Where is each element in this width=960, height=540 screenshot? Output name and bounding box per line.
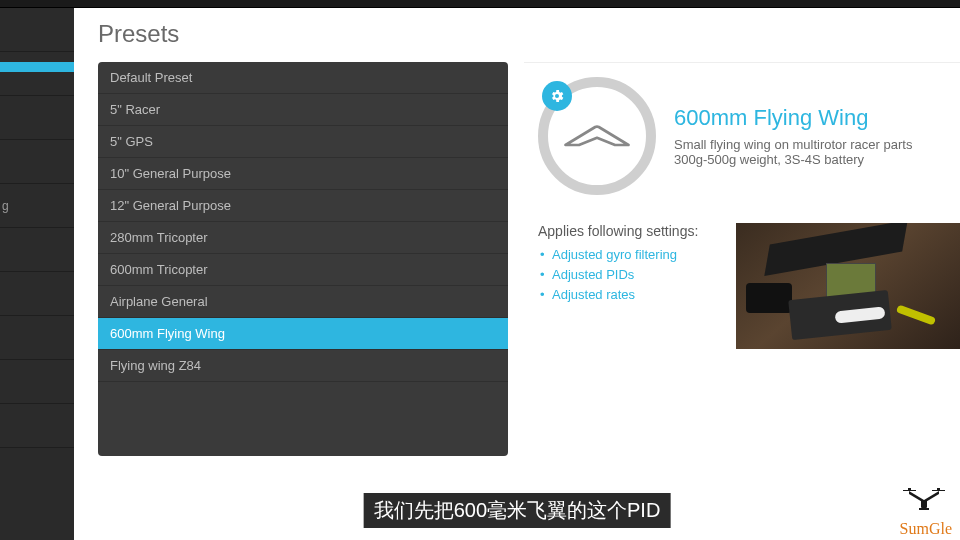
sidebar-item[interactable] [0, 360, 74, 404]
sidebar-item[interactable] [0, 52, 74, 96]
preset-detail: 600mm Flying Wing Small flying wing on m… [524, 62, 960, 456]
page-title: Presets [98, 20, 960, 48]
sidebar-item-label: g [2, 199, 9, 213]
sidebar-item[interactable] [0, 96, 74, 140]
preset-item-600mm-flying-wing[interactable]: 600mm Flying Wing [98, 318, 508, 350]
video-subtitle: 我们先把600毫米飞翼的这个PID [364, 493, 671, 528]
preset-item-280mm-tricopter[interactable]: 280mm Tricopter [98, 222, 508, 254]
sidebar-item[interactable] [0, 228, 74, 272]
settings-heading: Applies following settings: [538, 223, 722, 239]
settings-left: Applies following settings: Adjusted gyr… [538, 223, 722, 349]
settings-item: Adjusted rates [538, 285, 722, 305]
watermark-text: SumGle [900, 520, 952, 538]
sidebar-item[interactable] [0, 140, 74, 184]
preset-item-10in-general[interactable]: 10" General Purpose [98, 158, 508, 190]
svg-rect-4 [921, 500, 927, 508]
preset-item-5in-racer[interactable]: 5" Racer [98, 94, 508, 126]
preset-item-600mm-tricopter[interactable]: 600mm Tricopter [98, 254, 508, 286]
preset-item-default[interactable]: Default Preset [98, 62, 508, 94]
svg-rect-3 [932, 490, 945, 491]
detail-header: 600mm Flying Wing Small flying wing on m… [524, 62, 960, 209]
preset-item-flying-wing-z84[interactable]: Flying wing Z84 [98, 350, 508, 382]
detail-text: 600mm Flying Wing Small flying wing on m… [674, 105, 912, 167]
detail-desc-2: 300g-500g weight, 3S-4S battery [674, 152, 912, 167]
settings-item: Adjusted PIDs [538, 265, 722, 285]
preset-item-12in-general[interactable]: 12" General Purpose [98, 190, 508, 222]
settings-item: Adjusted gyro filtering [538, 245, 722, 265]
detail-desc-1: Small flying wing on multirotor racer pa… [674, 137, 912, 152]
detail-icon-wrap [538, 77, 656, 195]
settings-list: Adjusted gyro filtering Adjusted PIDs Ad… [538, 245, 722, 305]
sidebar-item[interactable] [0, 404, 74, 448]
left-sidebar: g [0, 8, 74, 540]
svg-rect-2 [903, 490, 916, 491]
watermark-logo: SumGle [884, 488, 954, 538]
main-container: g Presets Default Preset 5" Racer 5" GPS… [0, 8, 960, 540]
flying-wing-icon [561, 118, 633, 154]
top-bar [0, 0, 960, 8]
preset-thumbnail [736, 223, 960, 349]
preset-item-airplane-general[interactable]: Airplane General [98, 286, 508, 318]
sidebar-active-indicator [0, 62, 74, 72]
sidebar-item[interactable] [0, 316, 74, 360]
content-row: Default Preset 5" Racer 5" GPS 10" Gener… [98, 62, 960, 456]
detail-title: 600mm Flying Wing [674, 105, 912, 131]
main-panel: Presets Default Preset 5" Racer 5" GPS 1… [74, 8, 960, 540]
preset-list: Default Preset 5" Racer 5" GPS 10" Gener… [98, 62, 508, 456]
sidebar-item[interactable]: g [0, 184, 74, 228]
preset-item-5in-gps[interactable]: 5" GPS [98, 126, 508, 158]
sidebar-item[interactable] [0, 272, 74, 316]
gear-icon [542, 81, 572, 111]
settings-block: Applies following settings: Adjusted gyr… [524, 223, 960, 349]
svg-rect-5 [919, 508, 929, 510]
sidebar-item[interactable] [0, 8, 74, 52]
drone-icon [902, 488, 946, 516]
